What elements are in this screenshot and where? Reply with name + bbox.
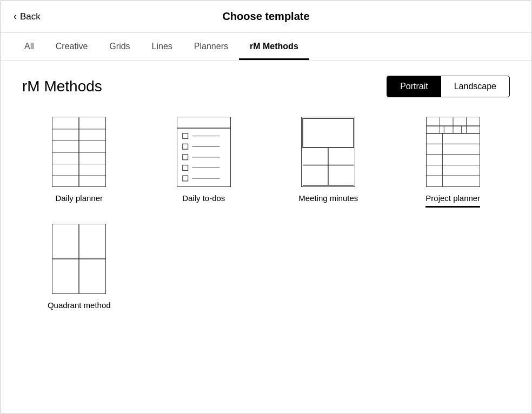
tab-all[interactable]: All — [14, 33, 45, 60]
template-preview-daily-planner — [52, 117, 106, 187]
svg-rect-12 — [183, 133, 188, 139]
template-label-daily-todos: Daily to-dos — [182, 193, 225, 203]
template-label-daily-planner: Daily planner — [55, 193, 103, 203]
orientation-toggle: Portrait Landscape — [387, 76, 510, 97]
template-preview-quadrant-method — [52, 224, 106, 294]
template-project-planner[interactable]: Project planner — [396, 117, 510, 208]
template-quadrant-method[interactable]: Quadrant method — [22, 224, 136, 310]
section-header: rM Methods Portrait Landscape — [22, 76, 510, 97]
tab-grids[interactable]: Grids — [98, 33, 141, 60]
back-button[interactable]: ‹ Back — [14, 11, 41, 22]
template-preview-daily-todos — [177, 117, 231, 187]
section-title: rM Methods — [22, 78, 102, 95]
template-preview-project-planner — [426, 117, 480, 187]
tab-rm-methods[interactable]: rM Methods — [239, 33, 309, 60]
portrait-button[interactable]: Portrait — [387, 76, 441, 97]
tab-lines[interactable]: Lines — [141, 33, 183, 60]
header: ‹ Back Choose template — [1, 1, 531, 33]
template-label-project-planner: Project planner — [425, 193, 480, 208]
template-label-meeting-minutes: Meeting minutes — [298, 193, 358, 203]
content-area: rM Methods Portrait Landscape — [1, 61, 531, 413]
svg-rect-18 — [183, 165, 188, 171]
template-label-quadrant-method: Quadrant method — [48, 301, 111, 310]
app-container: ‹ Back Choose template All Creative Grid… — [0, 0, 532, 414]
page-title: Choose template — [222, 10, 309, 23]
svg-rect-22 — [303, 118, 354, 148]
svg-rect-16 — [183, 155, 188, 160]
landscape-button[interactable]: Landscape — [441, 76, 509, 97]
tab-planners[interactable]: Planners — [183, 33, 239, 60]
svg-rect-14 — [183, 144, 188, 149]
svg-rect-20 — [183, 176, 188, 181]
template-meeting-minutes[interactable]: Meeting minutes — [271, 117, 385, 208]
tab-creative[interactable]: Creative — [45, 33, 99, 60]
template-grid: Daily planner — [22, 117, 510, 208]
tab-bar: All Creative Grids Lines Planners rM Met… — [1, 33, 531, 61]
template-daily-todos[interactable]: Daily to-dos — [147, 117, 261, 208]
template-grid-row2: Quadrant method — [22, 224, 510, 310]
back-label: Back — [20, 11, 41, 22]
template-preview-meeting-minutes — [301, 117, 355, 187]
back-arrow-icon: ‹ — [14, 11, 17, 22]
template-daily-planner[interactable]: Daily planner — [22, 117, 136, 208]
